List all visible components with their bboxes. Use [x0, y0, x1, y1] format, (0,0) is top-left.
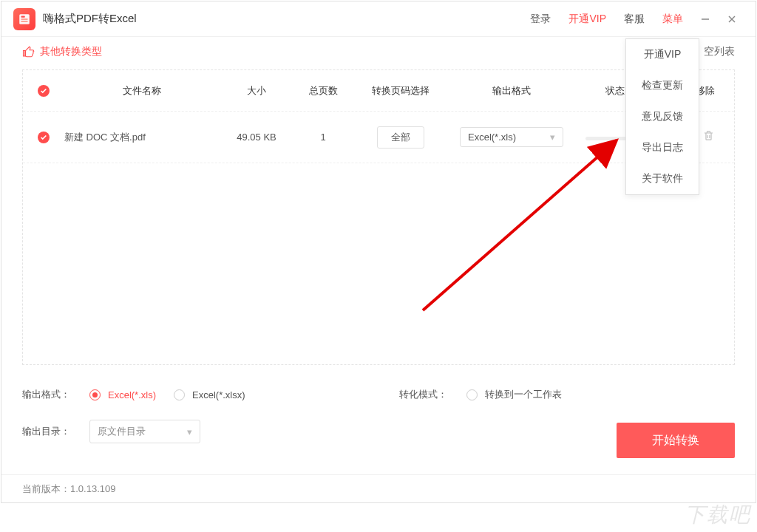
version-value: 1.0.13.109	[70, 483, 115, 494]
header-size: 大小	[220, 84, 293, 98]
version-label: 当前版本：	[22, 482, 70, 496]
radio-xls-label: Excel(*.xls)	[108, 389, 156, 400]
clear-list-link[interactable]: 空列表	[704, 45, 735, 58]
chevron-down-icon: ▾	[187, 426, 192, 437]
nav-vip[interactable]: 开通VIP	[568, 13, 606, 26]
radio-single-sheet-label: 转换到一个工作表	[485, 388, 562, 401]
output-dir-value: 原文件目录	[98, 425, 146, 438]
row-pages: 1	[293, 132, 353, 143]
nav-login[interactable]: 登录	[530, 13, 551, 26]
row-checkbox[interactable]	[38, 132, 64, 143]
output-dir-label: 输出目录：	[22, 425, 70, 438]
other-convert-label: 其他转换类型	[40, 45, 102, 58]
radio-unchecked-icon	[466, 389, 478, 400]
minimize-button[interactable]	[692, 9, 719, 30]
svg-rect-1	[21, 16, 25, 17]
row-format-value: Excel(*.xls)	[468, 132, 516, 143]
header-pages: 总页数	[293, 84, 353, 98]
row-size: 49.05 KB	[220, 132, 293, 143]
output-format-label: 输出格式：	[22, 388, 70, 401]
menu-item-feedback[interactable]: 意见反馈	[626, 101, 699, 132]
watermark: 下载吧	[685, 501, 751, 529]
svg-rect-2	[21, 18, 28, 20]
radio-xlsx-label: Excel(*.xlsx)	[192, 389, 245, 400]
nav-menu[interactable]: 菜单	[662, 13, 683, 26]
menu-item-export-log[interactable]: 导出日志	[626, 132, 699, 163]
thumb-icon	[22, 45, 35, 58]
check-icon	[38, 85, 50, 97]
start-convert-button[interactable]: 开始转换	[617, 423, 735, 458]
convert-mode-label: 转化模式：	[399, 388, 447, 401]
svg-rect-3	[21, 21, 28, 22]
check-icon	[38, 132, 50, 143]
header-select-all[interactable]	[38, 85, 64, 97]
menu-dropdown: 开通VIP 检查更新 意见反馈 导出日志 关于软件	[625, 38, 699, 195]
row-page-select-button[interactable]: 全部	[377, 126, 424, 149]
menu-item-vip[interactable]: 开通VIP	[626, 39, 699, 70]
header-filename: 文件名称	[64, 84, 220, 98]
close-button[interactable]	[719, 9, 745, 30]
header-output-format: 输出格式	[449, 84, 574, 98]
nav-support[interactable]: 客服	[624, 13, 645, 26]
title-bar: 嗨格式PDF转Excel 登录 开通VIP 客服 菜单	[1, 1, 756, 37]
radio-checked-icon	[89, 389, 101, 400]
header-page-select: 转换页码选择	[353, 84, 449, 98]
other-convert-types[interactable]: 其他转换类型	[22, 45, 102, 58]
output-dir-select[interactable]: 原文件目录 ▾	[89, 420, 200, 443]
chevron-down-icon: ▾	[550, 132, 555, 143]
radio-unchecked-icon	[174, 389, 185, 400]
radio-single-sheet[interactable]: 转换到一个工作表	[466, 388, 562, 401]
app-logo	[13, 8, 35, 30]
menu-item-about[interactable]: 关于软件	[626, 163, 699, 194]
app-title: 嗨格式PDF转Excel	[43, 12, 137, 26]
radio-xlsx[interactable]: Excel(*.xlsx)	[174, 389, 245, 400]
row-format-select[interactable]: Excel(*.xls) ▾	[460, 127, 563, 147]
version-bar: 当前版本： 1.0.13.109	[1, 474, 756, 502]
radio-xls[interactable]: Excel(*.xls)	[89, 389, 156, 400]
row-filename: 新建 DOC 文档.pdf	[64, 131, 220, 144]
menu-item-update[interactable]: 检查更新	[626, 70, 699, 101]
row-remove-button[interactable]	[702, 131, 715, 145]
